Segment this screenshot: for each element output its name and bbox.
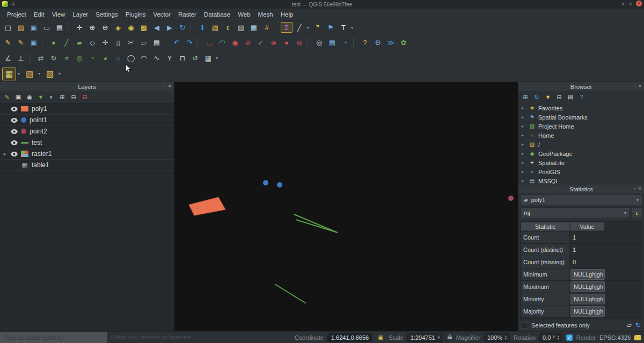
raster-style-button[interactable]: ▦ [2,68,16,80]
expand-arrow-icon[interactable]: ▸ [522,169,526,174]
copy-features-icon[interactable]: ▱ [138,37,150,49]
current-edits-icon[interactable]: ✎ [2,37,14,49]
undo-icon[interactable]: ↶ [171,37,182,49]
grass-tools-icon[interactable]: ✿ [398,37,409,49]
table-row[interactable]: Minority NULLghjgh [521,293,642,305]
browser-help-icon[interactable]: ? [577,93,587,101]
filter-browser-icon[interactable]: ▼ [543,93,553,101]
delete-part-icon[interactable]: ◯ [125,53,137,64]
add-line-feature-icon[interactable]: ╱ [61,37,72,49]
layer-item-poly1[interactable]: ▸ poly1 [0,103,174,115]
add-point-feature-icon[interactable]: ● [48,37,60,49]
help-contents-icon[interactable]: ? [359,37,371,49]
delete-ring-icon[interactable]: ◌ [112,53,124,64]
menu-item[interactable]: Mesh [254,10,277,19]
python-console-icon[interactable]: ≫ [385,37,397,49]
construction-mode-icon[interactable]: ⊥ [15,53,27,64]
zoom-full-icon[interactable]: ◈ [112,22,124,33]
menu-item[interactable]: Vector [149,10,174,19]
fill-ring-icon[interactable]: ◕ [99,53,111,64]
expand-arrow-icon[interactable]: ▸ [522,106,526,110]
filter-legend-dropdown[interactable]: ▾ [46,93,56,101]
snapping-options-icon[interactable]: ◡ [203,37,215,49]
advanced-dropdown[interactable]: ▾ [214,53,219,64]
reshape-features-icon[interactable]: ∿ [151,53,163,64]
layout-manager-icon[interactable]: ▤ [54,22,65,33]
menu-item[interactable]: Settings [92,10,122,19]
layer-visibility-eye-icon[interactable] [11,129,18,134]
add-part-icon[interactable]: ◔ [86,53,98,64]
db-manager-icon[interactable]: ▤ [326,37,338,49]
collapse-browser-icon[interactable]: ⊟ [554,93,564,101]
menu-item[interactable]: Database [200,10,234,19]
remove-layer-icon[interactable]: ⊟ [80,93,90,101]
expand-arrow-icon[interactable]: ▸ [522,115,526,120]
identify-features-icon[interactable]: ℹ [196,22,208,33]
collapse-all-icon[interactable]: ⊟ [69,93,78,101]
close-panel-icon[interactable]: ✕ [638,186,642,191]
manage-map-themes-icon[interactable]: ◉ [25,93,34,101]
zoom-in-icon[interactable]: ⊕ [86,22,98,33]
browser-item-favorites[interactable]: ▸ ★ Favorites [518,103,644,113]
vertex-editor-icon[interactable]: ▦ [202,53,214,64]
raster-style-dropdown[interactable]: ▾ [16,68,21,80]
split-features-icon[interactable]: Y [164,53,175,64]
spin-down-icon[interactable]: ▾ [505,338,507,340]
expand-arrow-icon[interactable]: ▸ [2,151,8,156]
move-feature-copy-icon[interactable]: ⇄ [35,53,47,64]
delete-selected-icon[interactable]: ▯ [112,37,124,49]
zoom-next-icon[interactable]: ▶ [164,22,175,33]
maximize-button[interactable]: ∧ [628,1,632,6]
table-row[interactable]: Count 1 [521,232,642,244]
cut-features-icon[interactable]: ✂ [125,37,137,49]
add-ring-icon[interactable]: ◎ [74,53,85,64]
table-row[interactable]: Majority NULLghjgh [521,305,642,318]
rotate-feature-icon[interactable]: ↻ [48,53,60,64]
stream-digitizing-icon[interactable]: ◉ [229,37,241,49]
diagrams-button[interactable]: ▧ [43,68,57,80]
enable-tracing-icon[interactable]: ◠ [216,37,228,49]
menu-item[interactable]: View [48,10,69,19]
value-column-header[interactable]: Value [570,222,604,231]
layer-visibility-eye-icon[interactable] [11,152,18,156]
new-layout-icon[interactable]: ▭ [41,22,53,33]
add-polygon-feature-icon[interactable]: ▰ [74,37,85,49]
labeling-dropdown[interactable]: ▾ [36,68,42,80]
menu-item[interactable]: Plugins [122,10,150,19]
refresh-map-icon[interactable]: ↻ [177,22,188,33]
expression-builder-button[interactable]: ε [632,207,642,218]
scale-select[interactable]: 1:204751 ▾ [407,333,443,342]
pan-map-icon[interactable]: ✛ [74,22,85,33]
layer-item-raster1[interactable]: ▸ raster1 [0,148,174,160]
lock-scale-icon[interactable] [447,334,452,341]
menu-item[interactable]: Layer [69,10,92,19]
deselect-features-icon[interactable]: ▧ [235,22,247,33]
paste-features-icon[interactable]: ▤ [151,37,163,49]
map-tips-icon[interactable]: ❞ [312,22,324,33]
browser-item-spatialite[interactable]: ▸ ✦ SpatiaLite [518,158,644,167]
diagrams-dropdown[interactable]: ▾ [57,68,62,80]
processing-toolbox-icon[interactable]: ⚙ [372,37,384,49]
crs-status[interactable]: EPSG:4326 [599,334,631,341]
log-messages-icon[interactable] [634,335,641,340]
topology-checker-icon[interactable]: ⊗ [268,37,280,49]
expand-arrow-icon[interactable]: ▸ [522,151,526,156]
browser-item-home[interactable]: ▸ ⌂ Home [518,131,644,140]
expand-arrow-icon[interactable]: ▸ [522,178,526,183]
text-annotation-icon[interactable]: T [338,22,349,33]
table-row[interactable]: Maximum NULLghjgh [521,281,642,293]
redo-icon[interactable]: ↷ [184,37,195,49]
new-bookmark-icon[interactable]: ⚑ [325,22,336,33]
open-project-icon[interactable]: ▨ [15,22,27,33]
open-layer-styling-icon[interactable]: ✎ [2,93,12,101]
layer-item-table1[interactable]: ▸ ▦ table1 [0,160,174,171]
float-panel-icon[interactable]: ▫ [634,186,635,191]
table-row[interactable]: Count (distinct) 1 [521,244,642,256]
statistics-field-select[interactable]: mj ▾ [520,207,630,218]
layer-visibility-eye-icon[interactable] [11,118,18,123]
labeling-button[interactable]: ▧ [23,68,36,80]
new-project-icon[interactable]: ▢ [2,22,14,33]
annotation-dropdown[interactable]: ▾ [349,22,355,33]
statistic-column-header[interactable]: Statistic [521,222,570,231]
zoom-last-icon[interactable]: ◀ [151,22,163,33]
